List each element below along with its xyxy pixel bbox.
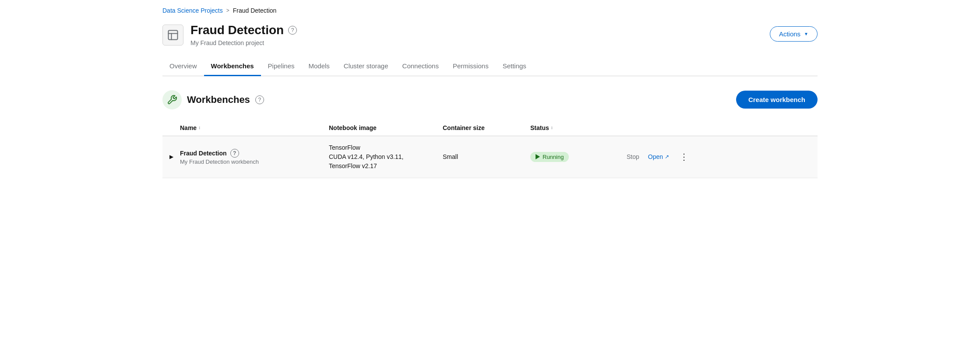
table-header: Name ↕ Notebook image Container size Sta… — [162, 120, 818, 136]
breadcrumb: Data Science Projects > Fraud Detection — [162, 7, 818, 14]
tab-cluster-storage[interactable]: Cluster storage — [337, 57, 395, 76]
section-header-left: Workbenches ? — [162, 90, 264, 109]
col-status[interactable]: Status ↕ — [530, 124, 627, 131]
row-name-text: Fraud Detection — [180, 150, 227, 157]
workbenches-table: Name ↕ Notebook image Container size Sta… — [162, 120, 818, 178]
header-title-row: Fraud Detection ? — [190, 23, 297, 38]
notebook-line1: TensorFlow — [329, 144, 360, 151]
breadcrumb-link[interactable]: Data Science Projects — [162, 7, 223, 14]
stop-button[interactable]: Stop — [627, 153, 639, 160]
table-row: ▶ Fraud Detection ? My Fraud Detection w… — [162, 136, 818, 178]
row-actions: Stop Open ↗ ⋮ — [627, 152, 818, 161]
col-actions — [627, 124, 818, 131]
chevron-down-icon: ▼ — [804, 32, 808, 36]
section-header: Workbenches ? Create workbench — [162, 90, 818, 109]
project-icon — [162, 25, 183, 46]
col-container-size: Container size — [443, 124, 530, 131]
notebook-image-cell: TensorFlow CUDA v12.4, Python v3.11, Ten… — [329, 143, 443, 171]
tab-settings[interactable]: Settings — [496, 57, 533, 76]
tabs-nav: Overview Workbenches Pipelines Models Cl… — [162, 57, 818, 76]
container-size-cell: Small — [443, 153, 530, 160]
tab-models[interactable]: Models — [301, 57, 336, 76]
status-badge: Running — [530, 152, 569, 162]
kebab-menu-button[interactable]: ⋮ — [678, 152, 690, 161]
col-expand — [162, 124, 180, 131]
row-help-icon[interactable]: ? — [230, 149, 239, 158]
sort-status-icon: ↕ — [551, 125, 553, 130]
tab-permissions[interactable]: Permissions — [446, 57, 496, 76]
tab-pipelines[interactable]: Pipelines — [261, 57, 302, 76]
sort-name-icon: ↕ — [198, 125, 201, 130]
actions-button[interactable]: Actions ▼ — [770, 26, 818, 42]
row-expand-button[interactable]: ▶ — [162, 154, 180, 160]
status-label: Running — [543, 154, 564, 160]
page-subtitle: My Fraud Detection project — [190, 39, 297, 46]
svg-rect-0 — [169, 31, 178, 40]
col-name[interactable]: Name ↕ — [180, 124, 329, 131]
external-link-icon: ↗ — [665, 154, 669, 160]
create-workbench-button[interactable]: Create workbench — [736, 91, 818, 109]
notebook-line2: CUDA v12.4, Python v3.11, — [329, 153, 403, 160]
section-help-icon[interactable]: ? — [255, 95, 264, 104]
header-title-block: Fraud Detection ? My Fraud Detection pro… — [190, 23, 297, 46]
actions-button-label: Actions — [779, 30, 800, 38]
header-left: Fraud Detection ? My Fraud Detection pro… — [162, 23, 297, 46]
col-notebook-label: Notebook image — [329, 124, 377, 131]
row-name: Fraud Detection ? — [180, 149, 329, 158]
row-subtitle: My Fraud Detection workbench — [180, 158, 329, 165]
tab-overview[interactable]: Overview — [162, 57, 204, 76]
col-name-label: Name — [180, 124, 197, 131]
open-link[interactable]: Open ↗ — [648, 153, 669, 160]
tab-connections[interactable]: Connections — [395, 57, 446, 76]
row-name-block: Fraud Detection ? My Fraud Detection wor… — [180, 149, 329, 165]
title-help-icon[interactable]: ? — [288, 26, 297, 35]
breadcrumb-current: Fraud Detection — [233, 7, 277, 14]
breadcrumb-separator: > — [226, 7, 229, 14]
col-status-label: Status — [530, 124, 549, 131]
open-label: Open — [648, 153, 663, 160]
tab-workbenches[interactable]: Workbenches — [204, 57, 261, 76]
col-notebook-image: Notebook image — [329, 124, 443, 131]
running-icon — [536, 154, 540, 159]
create-workbench-label: Create workbench — [748, 96, 805, 103]
notebook-line3: TensorFlow v2.17 — [329, 162, 377, 169]
section-title: Workbenches — [187, 94, 250, 106]
page-title: Fraud Detection — [190, 23, 284, 38]
col-container-label: Container size — [443, 124, 485, 131]
status-cell: Running — [530, 152, 627, 162]
workbenches-icon — [162, 90, 182, 109]
page-header: Fraud Detection ? My Fraud Detection pro… — [162, 23, 818, 46]
